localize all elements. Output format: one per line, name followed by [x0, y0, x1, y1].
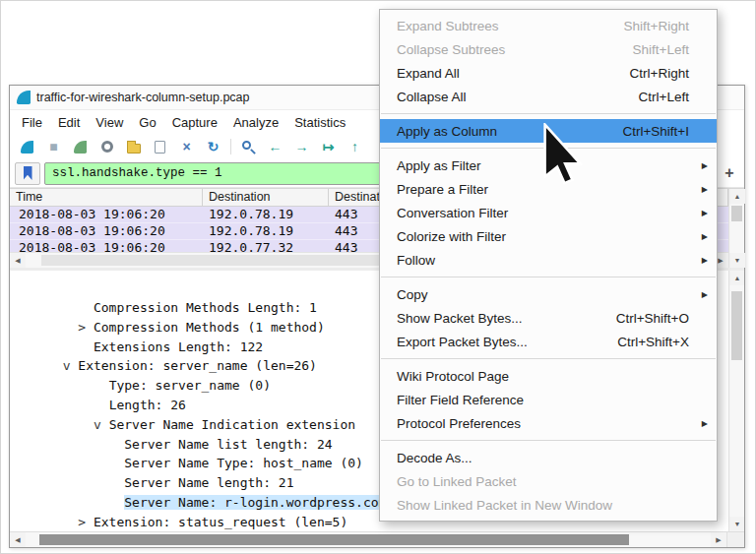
- menu-item-copy[interactable]: Copy▶: [380, 282, 717, 306]
- tree-text: Type: server_name (0): [109, 378, 271, 393]
- scroll-up-icon[interactable]: ▲: [729, 271, 744, 285]
- close-file-button[interactable]: ×: [174, 136, 199, 157]
- menu-item-go-to-linked-packet: Go to Linked Packet: [380, 469, 717, 493]
- scroll-left-icon[interactable]: ◀: [10, 253, 26, 268]
- open-file-icon: [127, 144, 141, 154]
- tree-text: Compression Methods Length: 1: [94, 300, 317, 315]
- menu-file[interactable]: File: [14, 112, 50, 133]
- submenu-arrow-icon: ▶: [702, 232, 708, 241]
- reload-button[interactable]: ↻: [201, 136, 225, 157]
- go-back-icon: ←: [269, 140, 283, 154]
- column-header-time[interactable]: Time: [10, 189, 203, 206]
- scrollbar-thumb[interactable]: [731, 291, 742, 360]
- menu-item-shortcut: Ctrl+Shift+O: [587, 311, 689, 326]
- menu-item-label: Wiki Protocol Page: [397, 369, 509, 384]
- filter-text: ssl.handshake.type == 1: [52, 166, 222, 180]
- menu-go[interactable]: Go: [131, 112, 163, 133]
- go-to-packet-button[interactable]: ↦: [316, 136, 341, 157]
- scroll-down-icon[interactable]: ▼: [729, 253, 745, 268]
- menu-item-label: Export Packet Bytes...: [397, 335, 528, 349]
- tree-collapse-icon[interactable]: v: [63, 358, 79, 373]
- menu-capture[interactable]: Capture: [164, 112, 225, 133]
- scrollbar-thumb[interactable]: [39, 534, 629, 545]
- stop-capture-button[interactable]: ■: [41, 136, 66, 157]
- open-file-button[interactable]: [121, 136, 146, 157]
- tree-expand-icon[interactable]: >: [78, 515, 94, 529]
- save-file-button[interactable]: [148, 136, 172, 157]
- menu-statistics[interactable]: Statistics: [286, 112, 353, 133]
- capture-options-icon: [101, 141, 113, 153]
- menu-edit[interactable]: Edit: [50, 112, 88, 133]
- menu-item-label: Copy: [397, 287, 428, 302]
- tree-text: Server Name Type: host_name (0): [124, 456, 363, 470]
- scroll-right-icon[interactable]: ▶: [711, 532, 726, 547]
- menu-item-protocol-preferences[interactable]: Protocol Preferences▶: [380, 411, 717, 435]
- menu-item-label: Prepare a Filter: [397, 182, 488, 197]
- menu-item-label: Filter Field Reference: [397, 393, 524, 407]
- tree-text: Extensions Length: 122: [94, 339, 263, 354]
- menu-separator: [381, 277, 716, 277]
- close-file-icon: ×: [182, 140, 190, 154]
- packet-list-vscrollbar[interactable]: ▲ ▼: [728, 189, 744, 268]
- tree-expand-icon[interactable]: >: [78, 320, 94, 335]
- tree-text: Extension: server_name (len=26): [78, 358, 317, 373]
- tree-text: Compression Methods (1 method): [94, 320, 325, 335]
- find-packet-button[interactable]: [236, 136, 261, 157]
- column-header-destination[interactable]: Destination: [203, 189, 329, 206]
- menu-item-show-linked-packet-in-new-window: Show Linked Packet in New Window: [380, 493, 717, 517]
- submenu-arrow-icon: ▶: [702, 161, 708, 170]
- menu-item-expand-subtrees: Expand SubtreesShift+Right: [380, 14, 717, 37]
- menu-item-follow[interactable]: Follow▶: [380, 248, 717, 272]
- window-title: traffic-for-wireshark-column-setup.pcap: [36, 91, 250, 104]
- menu-item-conversation-filter[interactable]: Conversation Filter▶: [380, 201, 717, 224]
- window-hscrollbar[interactable]: ◀ ▶: [10, 531, 744, 547]
- submenu-arrow-icon: ▶: [702, 419, 708, 428]
- menu-item-label: Decode As...: [397, 451, 472, 465]
- go-first-button[interactable]: ↑: [343, 136, 367, 157]
- menu-separator: [381, 113, 716, 114]
- menu-separator: [381, 440, 716, 441]
- menu-view[interactable]: View: [88, 112, 131, 133]
- menu-item-show-packet-bytes[interactable]: Show Packet Bytes...Ctrl+Shift+O: [380, 306, 717, 330]
- filter-add-button[interactable]: +: [720, 162, 739, 184]
- wireshark-fin-icon: [21, 141, 33, 154]
- menu-item-label: Show Packet Bytes...: [397, 311, 523, 326]
- menu-item-export-packet-bytes[interactable]: Export Packet Bytes...Ctrl+Shift+X: [380, 330, 717, 353]
- detail-vscrollbar[interactable]: ▲ ▼: [728, 271, 744, 531]
- menu-item-label: Conversation Filter: [397, 206, 508, 220]
- scroll-up-icon[interactable]: ▲: [729, 189, 745, 204]
- context-menu: Expand SubtreesShift+RightCollapse Subtr…: [379, 9, 718, 522]
- go-forward-button[interactable]: →: [289, 136, 314, 157]
- scroll-left-icon[interactable]: ◀: [10, 532, 26, 547]
- menu-item-shortcut: Shift+Right: [595, 19, 689, 33]
- menu-item-colorize-with-filter[interactable]: Colorize with Filter▶: [380, 224, 717, 248]
- menu-analyze[interactable]: Analyze: [225, 112, 286, 133]
- restart-capture-button[interactable]: [68, 136, 93, 157]
- scrollbar-thumb[interactable]: [41, 255, 391, 266]
- go-back-button[interactable]: ←: [263, 136, 287, 157]
- menu-item-filter-field-reference[interactable]: Filter Field Reference: [380, 388, 717, 411]
- menu-item-shortcut: Ctrl+Left: [609, 90, 689, 104]
- scrollbar-thumb[interactable]: [731, 206, 742, 221]
- tree-collapse-icon[interactable]: v: [94, 417, 109, 432]
- selected-tree-text: Server Name: r-login.wordpress.com: [124, 495, 386, 510]
- packet-cell: 192.0.78.19: [203, 207, 329, 222]
- menu-item-label: Collapse All: [397, 90, 467, 104]
- mouse-cursor-icon: [543, 123, 583, 186]
- menu-item-expand-all[interactable]: Expand AllCtrl+Right: [380, 61, 717, 85]
- capture-options-button[interactable]: [94, 136, 119, 157]
- menu-item-label: Go to Linked Packet: [397, 474, 517, 489]
- scroll-down-icon[interactable]: ▼: [729, 517, 744, 531]
- menu-item-label: Collapse Subtrees: [397, 42, 505, 57]
- menu-item-collapse-all[interactable]: Collapse AllCtrl+Left: [380, 85, 717, 108]
- packet-cell: 443: [329, 207, 357, 222]
- filter-bookmark-button[interactable]: [15, 162, 40, 185]
- scrollbar-corner: [726, 532, 744, 547]
- submenu-arrow-icon: ▶: [702, 256, 708, 265]
- wireshark-fin-button[interactable]: [15, 136, 39, 157]
- tree-text: Extension: status_request (len=5): [94, 515, 347, 529]
- menu-item-wiki-protocol-page[interactable]: Wiki Protocol Page: [380, 364, 717, 388]
- submenu-arrow-icon: ▶: [702, 290, 708, 299]
- menu-item-decode-as[interactable]: Decode As...: [380, 446, 717, 469]
- tree-text: Server Name list length: 24: [124, 437, 332, 452]
